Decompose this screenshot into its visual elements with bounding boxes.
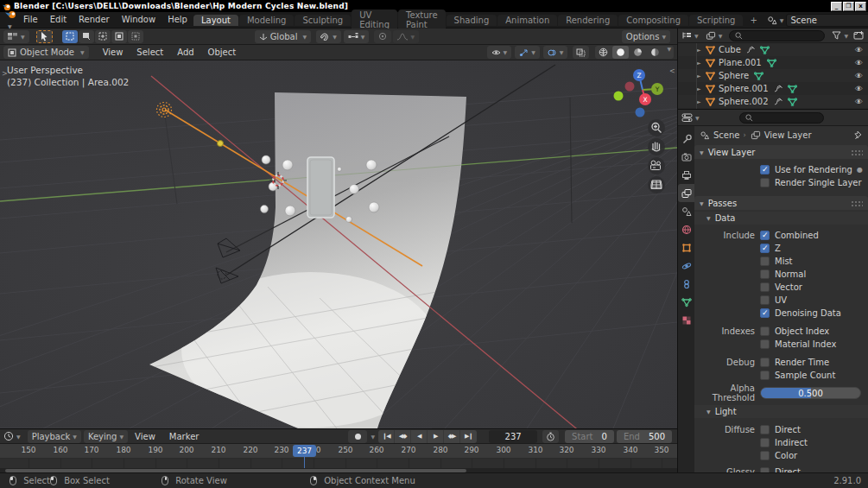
tab-texture[interactable] [678, 311, 694, 329]
transform-orientation-selector[interactable]: Global ▼ [255, 30, 312, 43]
render-single-layer-row[interactable]: Render Single Layer [694, 176, 868, 189]
breadcrumb-scene[interactable]: Scene [713, 130, 740, 140]
outliner-row-cube[interactable]: ► Cube 👁 [678, 43, 868, 56]
jump-to-start-button[interactable]: ❙◀ [378, 430, 395, 443]
render-time-checkbox[interactable] [760, 358, 770, 367]
tab-compositing[interactable]: Compositing [618, 15, 688, 26]
use-for-rendering-checkbox[interactable] [760, 165, 770, 174]
mesh-data-icon[interactable] [788, 85, 797, 93]
diffuse-color-row[interactable]: Color [694, 449, 868, 462]
debug-render-time-row[interactable]: Debug Render Time [694, 356, 868, 369]
index-object-row[interactable]: Indexes Object Index [694, 325, 868, 338]
pass-combined-row[interactable]: Include Combined [694, 229, 868, 242]
hide-eye-icon[interactable]: 👁 [855, 59, 863, 67]
properties-search-input[interactable] [739, 112, 824, 124]
menu-view[interactable]: View [96, 48, 130, 57]
diffuse-direct-row[interactable]: Diffuse Direct [694, 423, 868, 436]
active-tool-select-button[interactable] [36, 30, 53, 43]
pass-mist-row[interactable]: Mist [694, 255, 868, 268]
tab-scripting[interactable]: Scripting [689, 15, 743, 26]
outliner-row-sphere[interactable]: ► Sphere 👁 [678, 69, 868, 82]
jump-to-end-button[interactable]: ▶❙ [460, 430, 477, 443]
timeline-tracks[interactable] [0, 459, 677, 468]
frame-start-field[interactable]: Start 0 [565, 430, 614, 443]
light-keyframe-dot[interactable] [218, 141, 224, 147]
shading-wireframe-button[interactable] [595, 46, 611, 59]
close-button[interactable]: x [855, 2, 866, 11]
proportional-editing-toggle[interactable] [374, 30, 391, 43]
tab-tool[interactable] [678, 130, 694, 148]
editor-type-selector[interactable]: ▼ [3, 30, 29, 43]
modifier-icon[interactable] [746, 46, 756, 54]
subpanel-light-header[interactable]: ▼Light [694, 405, 868, 418]
menu-render[interactable]: Render [73, 12, 116, 28]
select-mode-extend-button[interactable] [128, 30, 143, 43]
proportional-falloff-selector[interactable]: ▼ [393, 30, 419, 43]
tab-sculpting[interactable]: Sculpting [295, 15, 351, 26]
menu-help[interactable]: Help [162, 12, 193, 28]
diffuse-color-checkbox[interactable] [760, 451, 770, 460]
menu-add[interactable]: Add [170, 48, 200, 57]
pin-icon[interactable] [854, 130, 863, 140]
tab-view-layer[interactable] [678, 184, 694, 202]
glossy-direct-row[interactable]: Glossy Direct [694, 466, 868, 472]
modifier-icon[interactable] [774, 98, 783, 106]
pass-vector-checkbox[interactable] [760, 282, 770, 292]
play-button[interactable]: ▶ [428, 430, 444, 443]
menu-file[interactable]: File [17, 12, 44, 28]
material-index-checkbox[interactable] [760, 339, 770, 349]
snap-target-selector[interactable]: ▼ [344, 30, 370, 43]
shading-material-button[interactable] [630, 46, 646, 59]
properties-editor-type-selector[interactable]: ▼ [681, 113, 700, 123]
outliner-row-sphere001[interactable]: ► Sphere.001 👁 [678, 82, 868, 95]
outliner-row-sphere002[interactable]: ► Sphere.002 👁 [678, 95, 868, 108]
restore-button[interactable]: ❐ [843, 2, 854, 11]
panel-view-layer-header[interactable]: ▼View Layer [694, 145, 868, 159]
pass-denoising-row[interactable]: Denoising Data [694, 307, 868, 320]
mode-selector[interactable]: Object Mode ▼ [3, 46, 89, 59]
tab-scene[interactable] [678, 202, 694, 220]
viewport-3d[interactable]: User Perspective (237) Collection | Area… [0, 60, 677, 428]
pass-z-row[interactable]: Z [694, 242, 868, 255]
tab-uv-editing[interactable]: UV Editing [352, 10, 397, 30]
add-workspace-button[interactable]: + [744, 16, 763, 25]
hide-eye-icon[interactable]: 👁 [855, 85, 863, 93]
snapping-toggle[interactable]: ▼ [316, 30, 341, 43]
panel-grip[interactable] [851, 149, 863, 155]
visibility-filter-selector[interactable]: ▼ [487, 46, 512, 59]
pass-vector-row[interactable]: Vector [694, 281, 868, 294]
tab-modeling[interactable]: Modeling [239, 15, 295, 26]
outliner-filter-mode-selector[interactable]: ▼ [706, 31, 723, 41]
timeline-view-menu[interactable]: View [128, 432, 162, 441]
tab-shading[interactable]: Shading [447, 15, 497, 26]
menu-window[interactable]: Window [116, 12, 162, 28]
animate-decorator-dot[interactable]: ● [857, 166, 863, 174]
minimize-button[interactable]: _ [831, 2, 842, 11]
timeline-editor-type-selector[interactable]: ▼ [3, 431, 21, 441]
alpha-threshold-slider[interactable]: 0.500 [760, 387, 861, 399]
tab-object-data[interactable] [678, 293, 694, 311]
pass-normal-row[interactable]: Normal [694, 268, 868, 281]
new-collection-button[interactable] [853, 30, 865, 41]
auto-keyframe-record-button[interactable] [348, 430, 367, 443]
next-keyframe-button[interactable]: ◆▶ [444, 430, 460, 443]
outliner-search-input[interactable] [729, 30, 825, 41]
panel-grip[interactable] [851, 200, 863, 206]
menu-select[interactable]: Select [130, 48, 170, 57]
keying-set-dropdown-icon[interactable]: ▼ [371, 434, 375, 440]
hide-eye-icon[interactable]: 👁 [855, 46, 863, 54]
select-mode-box-button[interactable] [79, 30, 94, 43]
menu-edit[interactable]: Edit [44, 12, 73, 28]
select-mode-tweak-button[interactable] [62, 30, 78, 43]
options-button[interactable]: Options▼ [622, 30, 670, 43]
outliner-row-plane001[interactable]: ► Plane.001 👁 [678, 56, 868, 69]
mesh-data-icon[interactable] [788, 98, 797, 106]
render-single-layer-checkbox[interactable] [760, 178, 770, 187]
menu-object[interactable]: Object [201, 48, 244, 57]
pass-z-checkbox[interactable] [760, 244, 770, 253]
mesh-data-icon[interactable] [767, 59, 776, 67]
shading-rendered-button[interactable] [647, 46, 663, 59]
tab-output[interactable] [678, 166, 694, 184]
blender-menu-icon[interactable]: ▼ [5, 10, 17, 30]
modifier-icon[interactable] [774, 85, 783, 93]
